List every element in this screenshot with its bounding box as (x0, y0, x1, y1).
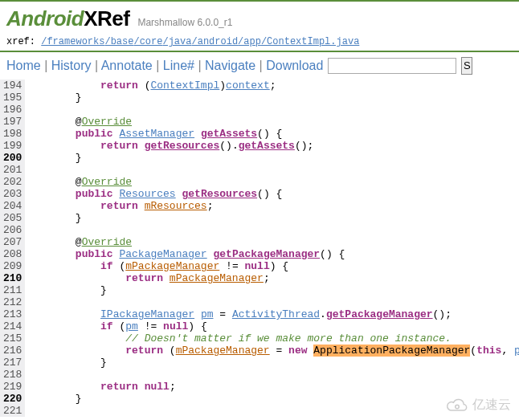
code-line: @Override (25, 116, 519, 128)
xref-path-segment[interactable]: /base (104, 36, 133, 47)
line-number[interactable]: 218 (3, 369, 22, 381)
line-number[interactable]: 215 (3, 332, 22, 345)
code-line (25, 369, 519, 381)
line-number[interactable]: 220 (3, 393, 22, 405)
line-number[interactable]: 210 (3, 272, 22, 284)
code-line: return (ContextImpl)context; (25, 80, 519, 92)
line-number[interactable]: 194 (3, 80, 22, 92)
xref-path-segment[interactable]: /java (162, 36, 191, 47)
line-number[interactable]: 200 (3, 152, 22, 164)
logo-green: Android (6, 6, 84, 31)
xref-path[interactable]: /frameworks/base/core/java/android/app/C… (41, 36, 359, 47)
line-number[interactable]: 205 (3, 212, 22, 224)
watermark-text: 亿速云 (472, 397, 511, 414)
code-line (25, 104, 519, 116)
xref-path-segment[interactable]: /app (238, 36, 261, 47)
line-number[interactable]: 203 (3, 188, 22, 200)
code-area: 1941951961971981992002012022032042052062… (0, 80, 519, 417)
logo-line: AndroidXRef Marshmallow 6.0.0_r1 (6, 6, 513, 31)
line-number[interactable]: 219 (3, 381, 22, 393)
code-line: } (25, 92, 519, 104)
nav-separator: | (194, 59, 205, 72)
nav-separator: | (92, 59, 101, 72)
line-number[interactable]: 207 (3, 236, 22, 248)
code-line (25, 296, 519, 308)
xref-path-segment[interactable]: /frameworks (41, 36, 104, 47)
code-line: public AssetManager getAssets() { (25, 128, 519, 140)
xref-line: xref: /frameworks/base/core/java/android… (6, 36, 513, 47)
line-number[interactable]: 206 (3, 224, 22, 236)
code-line: return mPackageManager; (25, 272, 519, 284)
nav-link-home[interactable]: Home (6, 59, 41, 72)
line-number[interactable]: 213 (3, 308, 22, 320)
line-number[interactable]: 217 (3, 357, 22, 369)
line-number[interactable]: 198 (3, 128, 22, 140)
code-line: return getResources().getAssets(); (25, 140, 519, 152)
search-button[interactable]: S (461, 57, 472, 75)
code-line: if (mPackageManager != null) { (25, 260, 519, 272)
line-number[interactable]: 195 (3, 92, 22, 104)
svg-point-0 (456, 405, 460, 409)
code-line (25, 224, 519, 236)
version-label: Marshmallow 6.0.0_r1 (137, 17, 232, 28)
highlighted-symbol[interactable]: ApplicationPackageManager (313, 345, 470, 357)
nav-link-line[interactable]: Line# (163, 59, 194, 72)
source-code[interactable]: return (ContextImpl)context; } @Override… (25, 80, 519, 417)
nav-separator: | (41, 59, 51, 72)
line-gutter[interactable]: 1941951961971981992002012022032042052062… (0, 80, 25, 417)
cloud-icon (445, 398, 469, 414)
line-number[interactable]: 199 (3, 140, 22, 152)
header: AndroidXRef Marshmallow 6.0.0_r1 xref: /… (0, 0, 519, 49)
line-number[interactable]: 221 (3, 405, 22, 417)
nav-bar: Home | History | Annotate | Line# | Navi… (0, 52, 519, 80)
code-line: return mResources; (25, 200, 519, 212)
xref-label: xref: (6, 36, 41, 47)
code-line: IPackageManager pm = ActivityThread.getP… (25, 308, 519, 320)
line-number[interactable]: 214 (3, 320, 22, 332)
nav-link-download[interactable]: Download (266, 59, 323, 72)
line-number[interactable]: 196 (3, 104, 22, 116)
line-number[interactable]: 216 (3, 345, 22, 357)
xref-path-segment[interactable]: /android (191, 36, 238, 47)
line-number[interactable]: 202 (3, 176, 22, 188)
code-line: public PackageManager getPackageManager(… (25, 248, 519, 260)
line-number[interactable]: 211 (3, 284, 22, 296)
code-line (25, 164, 519, 176)
code-line: return (mPackageManager = new Applicatio… (25, 345, 519, 357)
line-number[interactable]: 209 (3, 260, 22, 272)
site-logo: AndroidXRef (6, 6, 129, 31)
watermark: 亿速云 (445, 397, 511, 414)
nav-link-navigate[interactable]: Navigate (205, 59, 255, 72)
code-line: } (25, 212, 519, 224)
code-line: return null; (25, 381, 519, 393)
code-line: } (25, 152, 519, 164)
code-line: public Resources getResources() { (25, 188, 519, 200)
xref-path-segment[interactable]: /ContextImpl.java (261, 36, 359, 47)
line-number[interactable]: 201 (3, 164, 22, 176)
code-line: @Override (25, 176, 519, 188)
line-number[interactable]: 212 (3, 296, 22, 308)
line-number[interactable]: 204 (3, 200, 22, 212)
line-number[interactable]: 208 (3, 248, 22, 260)
xref-path-segment[interactable]: /core (133, 36, 162, 47)
code-line: } (25, 357, 519, 369)
logo-black: XRef (84, 6, 129, 31)
nav-link-annotate[interactable]: Annotate (101, 59, 153, 72)
code-line: if (pm != null) { (25, 320, 519, 332)
nav-separator: | (153, 59, 163, 72)
search-input[interactable] (328, 58, 456, 74)
line-number[interactable]: 197 (3, 116, 22, 128)
code-line: } (25, 284, 519, 296)
nav-separator: | (255, 59, 266, 72)
code-line: // Doesn't matter if we make more than o… (25, 332, 519, 345)
nav-link-history[interactable]: History (51, 59, 92, 72)
code-line: @Override (25, 236, 519, 248)
